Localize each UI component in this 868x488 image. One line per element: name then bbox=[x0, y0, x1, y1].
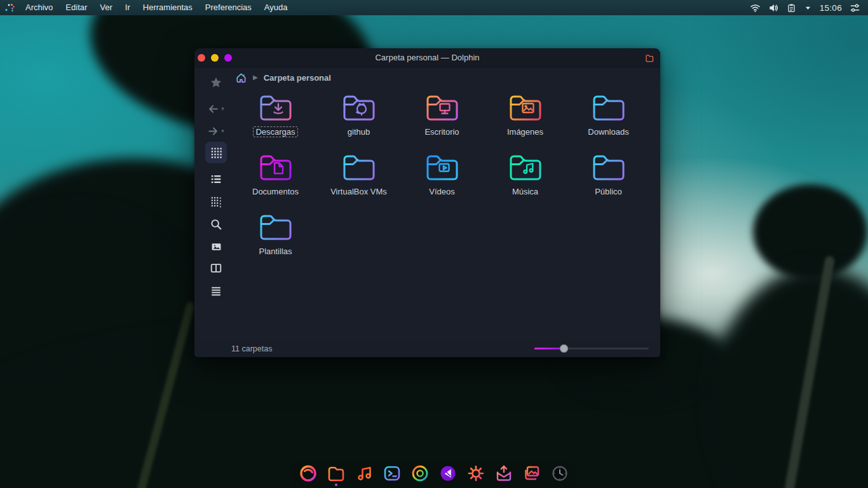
folder-label: Vídeos bbox=[426, 186, 457, 197]
sidebar-menu-button[interactable] bbox=[205, 280, 227, 302]
window-title: Carpeta personal — Dolphin bbox=[194, 53, 660, 62]
sidebar-view-details-button[interactable] bbox=[205, 168, 227, 190]
menu-item-ayuda[interactable]: Ayuda bbox=[258, 0, 294, 15]
folder-label: Escritorio bbox=[422, 126, 461, 137]
folder-item-virtualbox-vms[interactable]: VirtualBox VMs bbox=[320, 147, 398, 207]
dock-photos-icon[interactable] bbox=[522, 464, 541, 483]
breadcrumb-location[interactable]: Carpeta personal bbox=[264, 73, 331, 83]
dropdown-arrow-icon[interactable]: ▼ bbox=[220, 128, 226, 134]
distro-logo-icon[interactable] bbox=[4, 2, 17, 13]
dock-files-icon[interactable] bbox=[327, 464, 346, 483]
folder-item-publico[interactable]: Público bbox=[570, 147, 648, 207]
folder-label: VirtualBox VMs bbox=[328, 186, 390, 197]
folder-item-descargas[interactable]: Descargas bbox=[237, 88, 315, 147]
folder-icon bbox=[255, 210, 296, 246]
folder-label: Plantillas bbox=[256, 246, 294, 257]
folder-item-plantillas[interactable]: Plantillas bbox=[237, 207, 315, 267]
sidebar-search-button[interactable] bbox=[205, 214, 227, 235]
tweaks-icon[interactable] bbox=[850, 3, 860, 13]
wifi-icon[interactable] bbox=[750, 3, 761, 13]
traffic-lights bbox=[198, 48, 232, 67]
folder-item-github[interactable]: github bbox=[320, 88, 398, 147]
breadcrumb-home-icon[interactable] bbox=[235, 72, 247, 84]
statusbar-text: 11 carpetas bbox=[231, 344, 272, 353]
folder-icon bbox=[505, 91, 546, 126]
folder-label: Imágenes bbox=[505, 126, 546, 137]
sidebar-preview-button[interactable] bbox=[205, 236, 227, 257]
folder-item-downloads[interactable]: Downloads bbox=[570, 88, 648, 147]
dock-settings-icon[interactable] bbox=[466, 464, 485, 483]
dolphin-app-icon bbox=[645, 53, 654, 63]
folder-item-videos[interactable]: Vídeos bbox=[403, 147, 481, 207]
folder-icon bbox=[339, 151, 379, 186]
folder-icon bbox=[588, 91, 629, 126]
menu-item-archivo[interactable]: Archivo bbox=[19, 0, 59, 15]
system-tray: 15:06 bbox=[750, 3, 860, 13]
dock-mail-icon[interactable] bbox=[494, 464, 513, 483]
folder-label: Música bbox=[510, 186, 541, 197]
dock-firefox-icon[interactable] bbox=[299, 464, 318, 483]
menu-item-preferencias[interactable]: Preferencias bbox=[199, 0, 258, 15]
menu-item-ir[interactable]: Ir bbox=[119, 0, 137, 15]
folder-icon bbox=[505, 151, 546, 186]
folder-label: Descargas bbox=[253, 126, 297, 137]
folder-icon bbox=[339, 91, 379, 126]
sidebar-back-button[interactable]: ▼ bbox=[205, 98, 227, 119]
tree-silhouette bbox=[753, 184, 867, 280]
volume-icon[interactable] bbox=[768, 3, 779, 13]
folder-icon bbox=[255, 151, 296, 186]
sidebar-view-compact-button[interactable] bbox=[205, 191, 227, 212]
clipboard-icon[interactable] bbox=[787, 3, 796, 13]
breadcrumb-separator-icon: ▶ bbox=[253, 74, 258, 81]
dock bbox=[290, 461, 578, 488]
statusbar: 11 carpetas bbox=[194, 340, 660, 357]
folder-label: github bbox=[345, 126, 372, 137]
folder-label: Documentos bbox=[250, 186, 301, 197]
sidebar-favorites-button[interactable] bbox=[205, 72, 227, 93]
folder-grid: DescargasgithubEscritorioImágenesDownloa… bbox=[234, 88, 650, 267]
dolphin-window: Carpeta personal — Dolphin ▶ Carpeta per… bbox=[194, 48, 660, 357]
menu-item-ver[interactable]: Ver bbox=[93, 0, 119, 15]
folder-label: Público bbox=[592, 186, 625, 197]
zoom-slider-track[interactable] bbox=[534, 348, 649, 349]
folder-icon bbox=[422, 91, 463, 126]
folder-icon bbox=[422, 151, 463, 186]
folder-item-escritorio[interactable]: Escritorio bbox=[403, 88, 481, 147]
zoom-slider[interactable] bbox=[534, 344, 649, 353]
folder-label: Downloads bbox=[585, 126, 631, 137]
titlebar[interactable]: Carpeta personal — Dolphin bbox=[194, 48, 660, 67]
menubar-items: ArchivoEditarVerIrHerramientasPreferenci… bbox=[19, 0, 294, 15]
dock-terminal-icon[interactable] bbox=[383, 464, 402, 483]
folder-item-musica[interactable]: Música bbox=[487, 147, 564, 207]
global-menubar: ArchivoEditarVerIrHerramientasPreferenci… bbox=[0, 0, 868, 15]
sidebar-split-view-button[interactable] bbox=[205, 257, 227, 279]
dropdown-arrow-icon[interactable]: ▼ bbox=[220, 106, 226, 112]
zoom-slider-knob[interactable] bbox=[560, 344, 568, 353]
dock-clock-icon[interactable] bbox=[550, 464, 569, 483]
dock-vscode-icon[interactable] bbox=[438, 464, 458, 483]
sidebar-view-icons-button[interactable] bbox=[205, 142, 227, 163]
chevron-down-icon[interactable] bbox=[804, 4, 812, 12]
folder-icon bbox=[588, 151, 629, 186]
menu-item-editar[interactable]: Editar bbox=[59, 0, 93, 15]
clock[interactable]: 15:06 bbox=[820, 3, 842, 13]
folder-item-imagenes[interactable]: Imágenes bbox=[487, 88, 564, 147]
folder-item-documentos[interactable]: Documentos bbox=[237, 147, 315, 207]
close-button[interactable] bbox=[198, 54, 205, 62]
sidebar-forward-button[interactable]: ▼ bbox=[205, 120, 227, 142]
dock-music-icon[interactable] bbox=[355, 464, 374, 483]
dock-chrome-icon[interactable] bbox=[410, 464, 430, 483]
minimize-button[interactable] bbox=[211, 54, 219, 62]
maximize-button[interactable] bbox=[224, 54, 232, 62]
menu-item-herramientas[interactable]: Herramientas bbox=[137, 0, 199, 15]
folder-icon bbox=[255, 91, 296, 126]
zoom-slider-fill bbox=[534, 348, 563, 349]
breadcrumb: ▶ Carpeta personal bbox=[235, 69, 331, 86]
